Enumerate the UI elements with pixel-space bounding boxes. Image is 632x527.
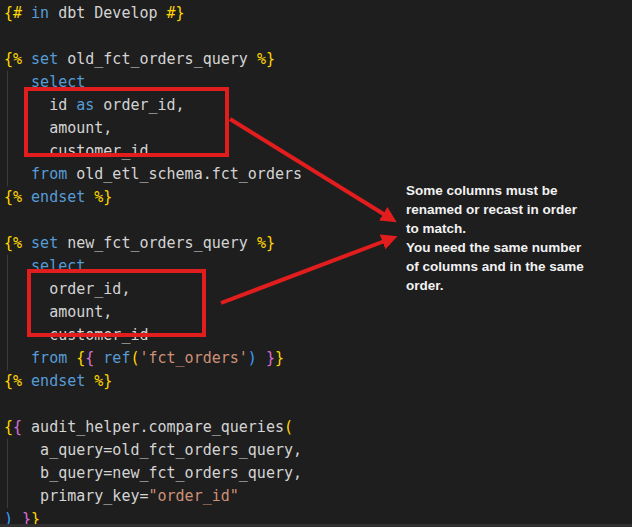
code-line[interactable]: primary_key="order_id" <box>4 485 302 508</box>
code-token: in <box>31 4 49 22</box>
code-line[interactable] <box>4 209 302 232</box>
vscode-editor: {# in dbt Develop #}{% set old_fct_order… <box>0 0 632 527</box>
code-token: from <box>31 349 67 367</box>
annotation-note-line: You need the same number <box>406 238 611 257</box>
code-token: } <box>266 349 275 367</box>
code-line[interactable]: {% endset %} <box>4 370 302 393</box>
code-line[interactable]: {# in dbt Develop #} <box>4 2 302 25</box>
code-line[interactable]: {% set new_fct_orders_query %} <box>4 232 302 255</box>
code-token: {% <box>4 372 22 390</box>
code-token: ( <box>284 418 293 436</box>
code-token: %} <box>257 234 275 252</box>
code-token <box>22 234 31 252</box>
code-token: from <box>31 165 67 183</box>
code-line[interactable] <box>4 25 302 48</box>
code-token: {# <box>4 4 22 22</box>
annotation-note-line: to match. <box>406 219 611 238</box>
code-token: audit_helper.compare_queries <box>22 418 284 436</box>
code-token <box>22 4 31 22</box>
code-token: endset <box>31 372 85 390</box>
code-token <box>85 188 94 206</box>
code-token: endset <box>31 188 85 206</box>
code-line[interactable]: {% endset %} <box>4 186 302 209</box>
annotation-note-line: order. <box>406 276 611 295</box>
code-line[interactable]: a_query=old_fct_orders_query, <box>4 439 302 462</box>
code-token: {% <box>4 188 22 206</box>
code-token <box>85 372 94 390</box>
code-token: ref <box>103 349 130 367</box>
code-token: %} <box>94 372 112 390</box>
code-token: { <box>13 418 22 436</box>
code-token: { <box>85 349 94 367</box>
code-token: a_query=old_fct_orders_query, <box>4 441 302 459</box>
code-token: old_fct_orders_query <box>58 50 257 68</box>
annotation-note-line: of columns and in the same <box>406 257 611 276</box>
code-line[interactable]: {{ audit_helper.compare_queries( <box>4 416 302 439</box>
code-line[interactable]: {% set old_fct_orders_query %} <box>4 48 302 71</box>
code-token: 'fct_orders' <box>139 349 247 367</box>
annotation-note: Some columns must be renamed or recast i… <box>406 181 611 295</box>
code-token: {% <box>4 234 22 252</box>
code-token: "order_id" <box>149 487 239 505</box>
code-token: { <box>76 349 85 367</box>
code-token: { <box>4 418 13 436</box>
code-token: new_fct_orders_query <box>58 234 257 252</box>
code-token <box>257 349 266 367</box>
code-token: set <box>31 50 58 68</box>
code-token <box>67 349 76 367</box>
code-line[interactable]: from {{ ref('fct_orders') }} <box>4 347 302 370</box>
code-token <box>22 372 31 390</box>
annotation-note-line: Some columns must be <box>406 181 611 200</box>
code-token: primary_key= <box>4 487 149 505</box>
code-token: #} <box>167 4 185 22</box>
code-token <box>4 165 31 183</box>
code-token: %} <box>257 50 275 68</box>
code-line[interactable] <box>4 393 302 416</box>
code-line[interactable]: from old_etl_schema.fct_orders <box>4 163 302 186</box>
annotation-note-line: renamed or recast in order <box>406 200 611 219</box>
code-token: {% <box>4 50 22 68</box>
code-token: b_query=new_fct_orders_query, <box>4 464 302 482</box>
annotation-box-new-columns <box>27 269 206 337</box>
code-token <box>94 349 103 367</box>
code-token: ) <box>248 349 257 367</box>
code-token: dbt Develop <box>49 4 166 22</box>
code-token <box>22 188 31 206</box>
code-token: } <box>275 349 284 367</box>
code-token <box>22 50 31 68</box>
annotation-box-old-columns <box>24 87 229 157</box>
code-token: old_etl_schema.fct_orders <box>67 165 302 183</box>
code-line[interactable]: b_query=new_fct_orders_query, <box>4 462 302 485</box>
code-token: set <box>31 234 58 252</box>
code-editor[interactable]: {# in dbt Develop #}{% set old_fct_order… <box>4 2 302 527</box>
code-token: %} <box>94 188 112 206</box>
code-token <box>4 349 31 367</box>
